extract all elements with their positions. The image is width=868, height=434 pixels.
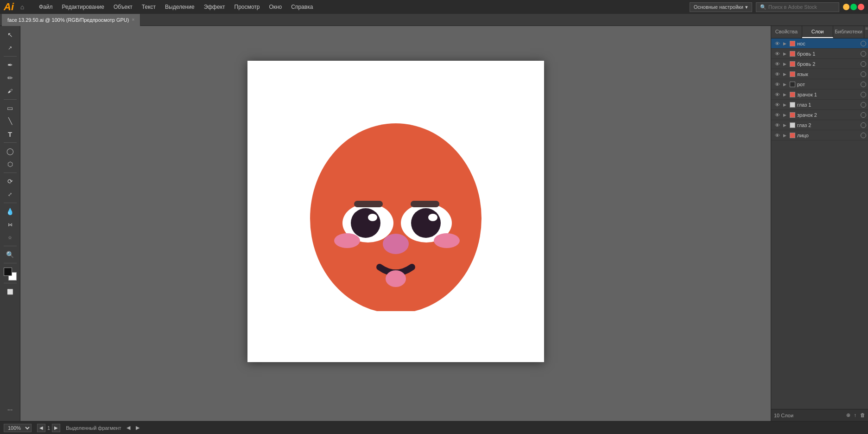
layer-target-circle[interactable] bbox=[861, 51, 866, 57]
nav-right-arrow[interactable]: ▶ bbox=[136, 425, 139, 431]
tool-select[interactable]: ↖ bbox=[3, 29, 18, 41]
tool-brush[interactable]: 🖌 bbox=[3, 85, 18, 97]
layer-expand-arrow[interactable]: ▶ bbox=[781, 82, 788, 87]
tool-zoom[interactable]: 🔍 bbox=[3, 249, 18, 261]
prev-artboard-button[interactable]: ◀ bbox=[37, 424, 45, 432]
zoom-select[interactable]: 100% 75% 50% 200% bbox=[4, 424, 32, 432]
tool-separator-7 bbox=[4, 263, 17, 263]
tool-blend[interactable]: ⋈ bbox=[3, 218, 18, 230]
layer-visibility-toggle[interactable]: 👁 bbox=[773, 92, 781, 97]
workspace-selector[interactable]: Основные настройки ▾ bbox=[690, 2, 752, 12]
tool-scale[interactable]: ⤢ bbox=[3, 188, 18, 200]
zoom-control[interactable]: 100% 75% 50% 200% bbox=[4, 424, 32, 432]
layer-target-circle[interactable] bbox=[861, 122, 866, 128]
layer-target-circle[interactable] bbox=[861, 41, 866, 46]
layer-expand-arrow[interactable]: ▶ bbox=[781, 102, 788, 107]
layer-row[interactable]: 👁 ▶ бровь 1 bbox=[771, 49, 868, 59]
layer-row[interactable]: 👁 ▶ глаз 1 bbox=[771, 100, 868, 110]
tool-eyedropper[interactable]: 💧 bbox=[3, 205, 18, 217]
layer-target-circle[interactable] bbox=[861, 112, 866, 118]
face-svg bbox=[308, 112, 484, 311]
layer-target-circle[interactable] bbox=[861, 92, 866, 97]
menu-view[interactable]: Просмотр bbox=[230, 2, 265, 12]
title-bar: Ai ⌂ Файл Редактирование Объект Текст Вы… bbox=[0, 0, 868, 14]
tool-line[interactable]: ╲ bbox=[3, 115, 18, 127]
layer-expand-arrow[interactable]: ▶ bbox=[781, 133, 788, 138]
layer-target-circle[interactable] bbox=[861, 82, 866, 87]
layer-visibility-toggle[interactable]: 👁 bbox=[773, 133, 781, 138]
close-button[interactable] bbox=[858, 4, 864, 10]
layer-expand-arrow[interactable]: ▶ bbox=[781, 113, 788, 117]
layer-target-circle[interactable] bbox=[861, 61, 866, 67]
artboard-nav: ◀ 1 ▶ bbox=[37, 424, 60, 432]
layer-expand-arrow[interactable]: ▶ bbox=[781, 51, 788, 56]
layer-visibility-toggle[interactable]: 👁 bbox=[773, 61, 781, 67]
layer-visibility-toggle[interactable]: 👁 bbox=[773, 71, 781, 77]
home-icon[interactable]: ⌂ bbox=[18, 2, 27, 12]
tool-pencil[interactable]: ✏ bbox=[3, 72, 18, 84]
layer-visibility-toggle[interactable]: 👁 bbox=[773, 82, 781, 87]
panel-menu-icon[interactable]: ≡ bbox=[865, 26, 868, 38]
next-artboard-button[interactable]: ▶ bbox=[52, 424, 60, 432]
layer-visibility-toggle[interactable]: 👁 bbox=[773, 41, 781, 46]
document-tab[interactable]: face 13.29.50.ai @ 100% (RGB/Предпросмот… bbox=[2, 14, 140, 26]
menu-window[interactable]: Окно bbox=[264, 2, 286, 12]
layer-target-circle[interactable] bbox=[861, 102, 866, 108]
tool-pen[interactable]: ✒ bbox=[3, 59, 18, 71]
move-to-new-layer-button[interactable]: ↑ bbox=[854, 412, 857, 418]
color-swatches[interactable] bbox=[4, 268, 17, 281]
layer-expand-arrow[interactable]: ▶ bbox=[781, 123, 788, 128]
tool-rectangle[interactable]: ▭ bbox=[3, 102, 18, 114]
delete-layer-button[interactable]: 🗑 bbox=[860, 412, 865, 418]
layer-expand-arrow[interactable]: ▶ bbox=[781, 62, 788, 66]
menu-file[interactable]: Файл bbox=[34, 2, 57, 12]
menu-help[interactable]: Справка bbox=[286, 2, 317, 12]
tool-polygon[interactable]: ⬡ bbox=[3, 158, 18, 170]
tool-ellipse[interactable]: ◯ bbox=[3, 145, 18, 157]
tool-type[interactable]: T bbox=[3, 128, 18, 140]
tab-libraries[interactable]: Библиотеки bbox=[833, 26, 864, 38]
maximize-button[interactable] bbox=[850, 4, 857, 10]
layer-expand-arrow[interactable]: ▶ bbox=[781, 41, 788, 46]
layer-row[interactable]: 👁 ▶ язык bbox=[771, 69, 868, 79]
layer-visibility-toggle[interactable]: 👁 bbox=[773, 51, 781, 57]
layer-visibility-toggle[interactable]: 👁 bbox=[773, 122, 781, 128]
menu-edit[interactable]: Редактирование bbox=[57, 2, 109, 12]
layer-row[interactable]: 👁 ▶ лицо bbox=[771, 130, 868, 140]
layer-row[interactable]: 👁 ▶ нос bbox=[771, 38, 868, 49]
tab-properties[interactable]: Свойства bbox=[771, 26, 802, 38]
layer-target-circle[interactable] bbox=[861, 133, 866, 138]
tool-symbol[interactable]: ☆ bbox=[3, 231, 18, 243]
layer-color-swatch bbox=[790, 61, 795, 67]
search-input[interactable] bbox=[768, 4, 833, 10]
nav-left-arrow[interactable]: ◀ bbox=[127, 425, 130, 431]
ai-logo: Ai bbox=[4, 1, 14, 13]
tool-rotate[interactable]: ⟳ bbox=[3, 175, 18, 187]
layer-row[interactable]: 👁 ▶ зрачок 2 bbox=[771, 110, 868, 120]
layer-row[interactable]: 👁 ▶ глаз 2 bbox=[771, 120, 868, 130]
foreground-color[interactable] bbox=[4, 268, 12, 276]
menu-object[interactable]: Объект bbox=[109, 2, 137, 12]
search-box[interactable]: 🔍 bbox=[756, 2, 839, 12]
layer-name-label: язык bbox=[797, 71, 860, 77]
make-layer-button[interactable]: ⊕ bbox=[846, 412, 850, 418]
tool-separator bbox=[4, 56, 17, 57]
tool-direct-select[interactable]: ↗ bbox=[3, 42, 18, 54]
layer-row[interactable]: 👁 ▶ бровь 2 bbox=[771, 59, 868, 69]
menu-text[interactable]: Текст bbox=[137, 2, 160, 12]
layer-expand-arrow[interactable]: ▶ bbox=[781, 92, 788, 97]
main-layout: ↖ ↗ ✒ ✏ 🖌 ▭ ╲ T ◯ ⬡ ⟳ ⤢ 💧 ⋈ ☆ 🔍 ⬜ ··· bbox=[0, 26, 868, 421]
layer-visibility-toggle[interactable]: 👁 bbox=[773, 112, 781, 118]
tool-artboard[interactable]: ⬜ bbox=[3, 286, 18, 298]
layer-expand-arrow[interactable]: ▶ bbox=[781, 72, 788, 77]
layer-row[interactable]: 👁 ▶ рот bbox=[771, 79, 868, 89]
menu-effect[interactable]: Эффект bbox=[199, 2, 230, 12]
minimize-button[interactable] bbox=[843, 4, 849, 10]
layer-row[interactable]: 👁 ▶ зрачок 1 bbox=[771, 89, 868, 100]
layer-visibility-toggle[interactable]: 👁 bbox=[773, 102, 781, 108]
layer-target-circle[interactable] bbox=[861, 71, 866, 77]
menu-select[interactable]: Выделение bbox=[160, 2, 199, 12]
tab-layers[interactable]: Слои bbox=[802, 26, 833, 38]
tab-close-button[interactable]: × bbox=[132, 17, 134, 22]
tool-more[interactable]: ··· bbox=[3, 403, 18, 415]
